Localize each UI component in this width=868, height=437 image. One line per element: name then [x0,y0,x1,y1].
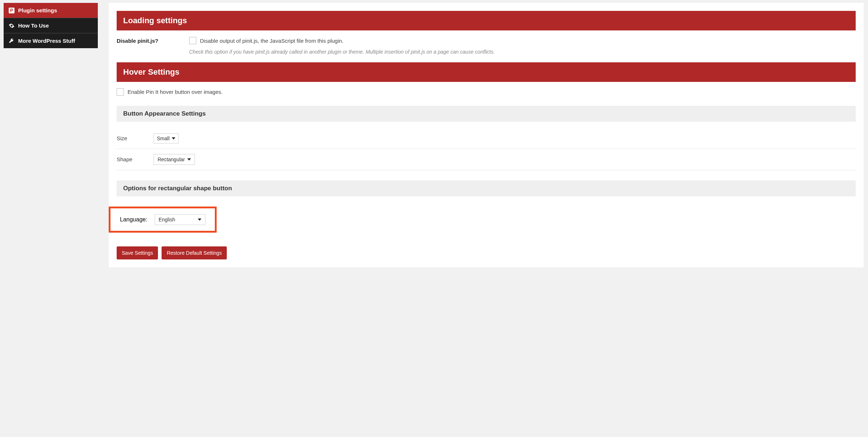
sub-header-appearance: Button Appearance Settings [117,106,856,122]
enable-hover-checkbox[interactable] [117,88,124,96]
field-disable-pinitjs: Disable pinit.js? Disable output of pini… [117,37,856,56]
sidebar: P Plugin settings How To Use More WordPr… [0,0,101,272]
sidebar-item-label: More WordPress Stuff [18,38,75,44]
section-header-hover: Hover Settings [117,62,856,82]
select-value: Rectangular [158,157,185,162]
key-icon [9,38,14,44]
select-value: English [159,217,175,222]
restore-button[interactable]: Restore Default Settings [162,246,227,259]
section-header-loading: Loading settings [117,11,856,30]
sub-header-rect-options: Options for rectangular shape button [117,180,856,196]
size-label: Size [117,135,142,141]
gear-icon [9,23,14,29]
checkbox-label: Enable Pin It hover button over images. [128,89,223,95]
select-value: Small [157,136,170,141]
shape-select[interactable]: Rectangular [154,154,195,165]
language-select[interactable]: English [155,214,205,225]
sidebar-item-label: Plugin settings [18,7,57,13]
pinterest-icon: P [9,8,14,13]
chevron-down-icon [187,158,191,161]
main-panel: Loading settings Disable pinit.js? Disab… [109,3,864,267]
field-size: Size Small [117,128,856,149]
field-shape: Shape Rectangular [117,149,856,170]
checkbox-label: Disable output of pinit.js, the JavaScri… [200,38,343,44]
sidebar-item-label: How To Use [18,22,49,29]
help-text: Check this option if you have pinit.js a… [189,49,856,56]
field-label: Disable pinit.js? [117,37,182,56]
button-row: Save Settings Restore Default Settings [117,246,856,259]
chevron-down-icon [172,137,175,140]
sidebar-item-how-to-use[interactable]: How To Use [4,18,98,33]
disable-pinitjs-checkbox[interactable] [189,37,196,44]
sidebar-item-plugin-settings[interactable]: P Plugin settings [4,3,98,18]
highlighted-language-field: Language: English [109,207,217,233]
sidebar-item-more-wp[interactable]: More WordPress Stuff [4,33,98,48]
shape-label: Shape [117,156,142,162]
language-label: Language: [120,216,147,223]
save-button[interactable]: Save Settings [117,246,158,259]
svg-text:P: P [10,8,13,13]
chevron-down-icon [198,218,201,221]
size-select[interactable]: Small [154,133,179,143]
